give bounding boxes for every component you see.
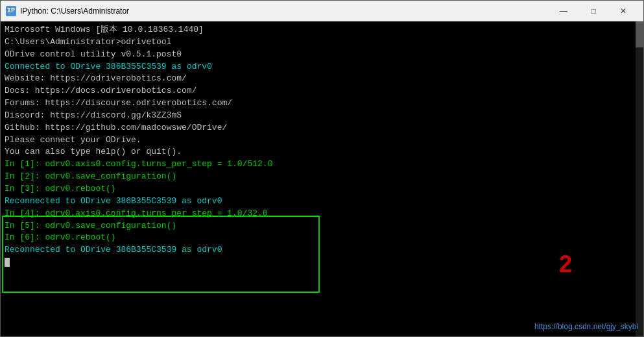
- terminal-line: In [2]: odrv0.save_configuration(): [5, 171, 639, 183]
- terminal-line: Website: https://odriverobotics.com/: [5, 73, 639, 85]
- terminal-line: You can also type help() or quit().: [5, 146, 639, 158]
- scrollbar-thumb[interactable]: [636, 21, 643, 47]
- terminal-line: Microsoft Windows [版本 10.0.18363.1440]: [5, 24, 639, 36]
- terminal-cursor: [5, 258, 10, 267]
- terminal-line: Please connect your ODrive.: [5, 134, 639, 147]
- terminal-line: In [5]: odrv0.save_configuration(): [5, 220, 639, 232]
- terminal-line: ODrive control utility v0.5.1.post0: [5, 49, 639, 61]
- terminal-body[interactable]: Microsoft Windows [版本 10.0.18363.1440]C:…: [1, 21, 643, 336]
- terminal-line: Github: https://github.com/madcowswe/ODr…: [5, 122, 639, 134]
- scrollbar[interactable]: [636, 21, 643, 336]
- app-icon: IP: [6, 6, 16, 16]
- cursor-line: [5, 256, 639, 269]
- annotation-label-2: 2: [559, 251, 572, 278]
- maximize-button[interactable]: □: [578, 1, 608, 21]
- window-controls: — □ ✕: [549, 1, 638, 21]
- terminal-line: In [3]: odrv0.reboot(): [5, 183, 639, 195]
- terminal-line: Reconnected to ODrive 386B355C3539 as od…: [5, 244, 639, 256]
- terminal-line: C:\Users\Administrator>odrivetool: [5, 36, 639, 49]
- terminal-line: In [4]: odrv0.axis0.config.turns_per_ste…: [5, 208, 639, 220]
- minimize-button[interactable]: —: [549, 1, 578, 21]
- terminal-line: Discord: https://discord.gg/k3ZZ3mS: [5, 110, 639, 122]
- terminal-line: Reconnected to ODrive 386B355C3539 as od…: [5, 195, 639, 208]
- terminal-line: Connected to ODrive 386B355C3539 as odrv…: [5, 61, 639, 73]
- close-button[interactable]: ✕: [608, 1, 638, 21]
- terminal-output: Microsoft Windows [版本 10.0.18363.1440]C:…: [5, 24, 639, 269]
- terminal-line: Docs: https://docs.odriverobotics.com/: [5, 85, 639, 97]
- terminal-line: In [1]: odrv0.axis0.config.turns_per_ste…: [5, 158, 639, 171]
- watermark: https://blog.csdn.net/gjy_skybl: [534, 322, 638, 331]
- terminal-line: In [6]: odrv0.reboot(): [5, 232, 639, 244]
- terminal-line: Forums: https://discourse.odriverobotics…: [5, 97, 639, 110]
- window-title: IPython: C:\Users\Administrator: [20, 6, 549, 16]
- title-bar: IP IPython: C:\Users\Administrator — □ ✕: [1, 1, 643, 21]
- main-window: IP IPython: C:\Users\Administrator — □ ✕…: [0, 0, 644, 337]
